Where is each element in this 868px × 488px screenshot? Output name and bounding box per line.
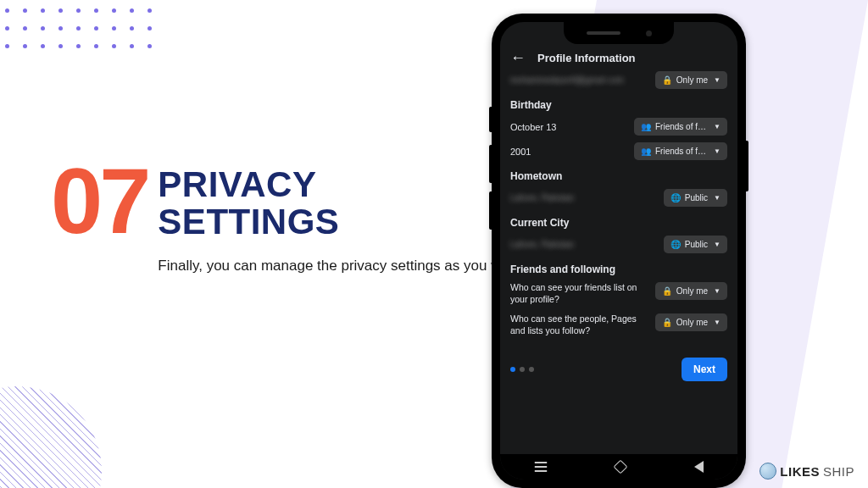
hometown-privacy-selector[interactable]: 🌐 Public ▼ bbox=[664, 189, 727, 207]
friends-list-privacy-selector[interactable]: 🔒 Only me ▼ bbox=[655, 282, 727, 300]
birthday-year-privacy-selector[interactable]: 👥 Friends of frie… ▼ bbox=[634, 142, 727, 160]
decorative-dots bbox=[5, 8, 154, 51]
phone-frame: ← Profile Information mohammedazer8@gmai… bbox=[492, 14, 746, 488]
birthday-section-title: Birthday bbox=[510, 99, 727, 111]
chevron-down-icon: ▼ bbox=[714, 123, 721, 130]
chevron-down-icon: ▼ bbox=[714, 319, 721, 326]
lock-icon: 🔒 bbox=[662, 318, 672, 327]
header-title: Profile Information bbox=[537, 52, 636, 64]
friends-list-visibility-question: Who can see your friends list on your pr… bbox=[510, 282, 648, 305]
email-value-blurred: mohammedazer8@gmail.com bbox=[510, 75, 624, 85]
friends-section-title: Friends and following bbox=[510, 263, 727, 275]
decorative-hatch-circle bbox=[0, 386, 102, 488]
next-button[interactable]: Next bbox=[682, 358, 727, 381]
email-row: mohammedazer8@gmail.com 🔒 Only me ▼ bbox=[510, 71, 727, 89]
current-city-value-blurred: Lahore, Pakistan bbox=[510, 240, 574, 249]
globe-icon: 🌐 bbox=[670, 240, 681, 249]
chevron-down-icon: ▼ bbox=[714, 76, 721, 84]
back-arrow-icon[interactable]: ← bbox=[510, 49, 526, 67]
slide-subtitle: Finally, you can manage the privacy sett… bbox=[158, 256, 525, 276]
birthday-date-value: October 13 bbox=[510, 122, 556, 132]
birthday-date-privacy-selector[interactable]: 👥 Friends of frie… ▼ bbox=[634, 118, 727, 136]
nav-menu-icon[interactable] bbox=[535, 466, 547, 468]
nav-home-icon[interactable] bbox=[614, 460, 628, 474]
step-number: 07 bbox=[51, 161, 147, 241]
slide-title: PRIVACY SETTINGS bbox=[158, 166, 525, 241]
hometown-section-title: Hometown bbox=[510, 170, 727, 182]
phone-notch bbox=[564, 22, 674, 44]
following-visibility-question: Who can see the people, Pages and lists … bbox=[510, 313, 648, 336]
birthday-year-value: 2001 bbox=[510, 147, 531, 157]
chevron-down-icon: ▼ bbox=[714, 194, 721, 202]
friends-icon: 👥 bbox=[641, 122, 651, 131]
chevron-down-icon: ▼ bbox=[714, 287, 721, 295]
following-privacy-selector[interactable]: 🔒 Only me ▼ bbox=[655, 313, 727, 331]
email-privacy-selector[interactable]: 🔒 Only me ▼ bbox=[655, 71, 727, 89]
phone-screen: ← Profile Information mohammedazer8@gmai… bbox=[500, 22, 737, 480]
current-city-section-title: Current City bbox=[510, 217, 727, 229]
brand-logo: LIKESSHIP bbox=[760, 463, 854, 480]
hometown-value-blurred: Lahore, Pakistan bbox=[510, 193, 574, 202]
friends-icon: 👥 bbox=[641, 147, 651, 156]
nav-back-icon[interactable] bbox=[694, 461, 704, 473]
globe-icon: 🌐 bbox=[670, 193, 681, 202]
current-city-privacy-selector[interactable]: 🌐 Public ▼ bbox=[664, 236, 727, 253]
lock-icon: 🔒 bbox=[662, 75, 672, 85]
chevron-down-icon: ▼ bbox=[714, 241, 721, 248]
page-indicator bbox=[510, 367, 534, 372]
android-nav-bar bbox=[500, 454, 737, 480]
chevron-down-icon: ▼ bbox=[714, 147, 721, 155]
logo-icon bbox=[760, 463, 776, 480]
lock-icon: 🔒 bbox=[662, 286, 672, 296]
